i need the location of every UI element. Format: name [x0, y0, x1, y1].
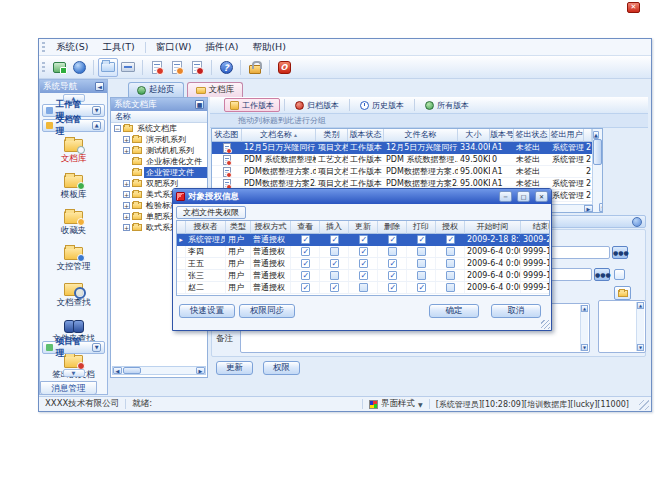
sidebar-item-0[interactable]: 文档库	[40, 136, 107, 165]
sidebar-collapse-button[interactable]: ◄	[95, 82, 104, 91]
checkbox-checked[interactable]	[301, 235, 310, 244]
tree-panel-collapse-button[interactable]: ■	[195, 100, 204, 109]
perm-column-header-1[interactable]: 类型	[226, 221, 251, 234]
scroll-up-arrow[interactable]: ▲	[637, 302, 644, 309]
side-textarea[interactable]: ▲▼	[598, 300, 646, 353]
tree-item-4[interactable]: 企业管理文件	[111, 167, 207, 178]
expand-icon[interactable]: +	[123, 191, 130, 198]
checkbox-checked[interactable]	[330, 283, 339, 292]
card-reader-button[interactable]	[118, 58, 138, 77]
tab-start-page[interactable]: 起始页	[128, 82, 184, 97]
sidebar-item-4[interactable]: 文档查找	[40, 280, 107, 309]
permission-row[interactable]: 赵二用户普通授权2009-6-4 0:00:009999-12-31 23:59…	[177, 282, 549, 294]
perm-column-header-0[interactable]: 授权者	[186, 221, 226, 234]
scroll-left-arrow[interactable]: ◀	[113, 367, 122, 374]
doc-export-button[interactable]	[187, 58, 207, 77]
checkbox-checked[interactable]	[359, 271, 368, 280]
minimize-button[interactable]: ─	[499, 191, 512, 202]
column-header-9[interactable]	[584, 129, 592, 142]
checkbox-checked[interactable]	[388, 259, 397, 268]
checkbox-checked[interactable]	[388, 235, 397, 244]
column-header-6[interactable]: 版本号	[490, 129, 514, 142]
quick-setup-button[interactable]: 快速设置	[179, 304, 235, 318]
pin-icon[interactable]	[632, 217, 642, 227]
tree-item-0[interactable]: −系统文档库	[111, 123, 207, 134]
expand-icon[interactable]: +	[123, 213, 130, 220]
checkbox-unchecked[interactable]	[417, 271, 426, 280]
scroll-up-arrow[interactable]: ▲	[593, 131, 599, 139]
column-header-8[interactable]: 签出用户	[550, 129, 584, 142]
checkbox-checked[interactable]	[301, 283, 310, 292]
expand-icon[interactable]: +	[123, 136, 130, 143]
sidebar-section-project[interactable]: 项目管理 ▼	[42, 341, 105, 354]
scroll-down-arrow[interactable]: ▼	[637, 344, 644, 351]
scrollbar-thumb[interactable]	[593, 139, 602, 165]
tree-item-2[interactable]: +测试机机系列	[111, 145, 207, 156]
update-button[interactable]: 更新	[216, 361, 253, 375]
scroll-right-arrow[interactable]: ▶	[584, 205, 593, 212]
tree-item-1[interactable]: +演示机系列	[111, 134, 207, 145]
checkbox-checked[interactable]	[301, 271, 310, 280]
tab-folder-permissions[interactable]: 文档文件夹权限	[176, 206, 246, 219]
chevron-down-icon[interactable]: ▼	[92, 106, 101, 115]
column-header-0[interactable]: 状态图	[212, 129, 242, 142]
permission-row[interactable]: 李四用户普通授权2009-6-4 0:00:009999-12-31 23:59…	[177, 246, 549, 258]
resize-grip[interactable]	[639, 400, 649, 410]
version-button-1[interactable]: 归档版本	[289, 98, 345, 112]
expand-icon[interactable]: +	[123, 180, 130, 187]
column-header-7[interactable]: 签出状态	[514, 129, 550, 142]
column-header-3[interactable]: 版本状态	[348, 129, 384, 142]
chevron-up-icon[interactable]: ▲	[92, 121, 101, 130]
sidebar-item-1[interactable]: 模板库	[40, 172, 107, 201]
version-button-3[interactable]: 所有版本	[419, 98, 475, 112]
browse-folder-button[interactable]	[614, 286, 631, 300]
perm-column-header-6[interactable]: 删除	[378, 221, 407, 234]
doc-import-button[interactable]	[167, 58, 187, 77]
textarea-scrollbar[interactable]: ▲▼	[636, 302, 644, 351]
checkbox-unchecked[interactable]	[359, 283, 368, 292]
expand-icon[interactable]: +	[123, 224, 130, 231]
checkbox-unchecked[interactable]	[417, 247, 426, 256]
checkbox-checked[interactable]	[417, 235, 426, 244]
menu-item-4[interactable]: 帮助(H)	[245, 39, 293, 55]
checkbox-checked[interactable]	[359, 235, 368, 244]
table-row[interactable]: PDM 系统数据整理检...工艺文档工作版本PDM 系统数据整理...49.50…	[212, 154, 602, 166]
checkbox-checked[interactable]	[446, 235, 455, 244]
menu-item-1[interactable]: 工具(T)	[95, 39, 141, 55]
checkbox-unchecked[interactable]	[446, 271, 455, 280]
sidebar-scroll-down[interactable]: ▼	[63, 369, 85, 377]
perm-column-header-9[interactable]: 开始时间	[465, 221, 521, 234]
expand-icon[interactable]: +	[123, 147, 130, 154]
sidebar-section-document[interactable]: 文档管理 ▲	[42, 119, 105, 132]
detail-checkbox[interactable]	[614, 269, 625, 280]
scroll-right-arrow[interactable]: ▶	[196, 367, 205, 374]
checkbox-checked[interactable]	[359, 259, 368, 268]
perm-column-header-2[interactable]: 授权方式	[251, 221, 291, 234]
checkbox-checked[interactable]	[330, 259, 339, 268]
ellipsis-button[interactable]: ●●●	[612, 246, 628, 259]
group-by-bar[interactable]: 拖动列标题到此进行分组	[210, 114, 648, 128]
version-button-0[interactable]: 工作版本	[224, 98, 280, 112]
tree-item-3[interactable]: 企业标准化文件	[111, 156, 207, 167]
menu-item-3[interactable]: 插件(A)	[198, 39, 245, 55]
scroll-down-arrow[interactable]: ▼	[599, 203, 603, 212]
permission-button[interactable]: 权限	[263, 361, 300, 375]
permission-sync-button[interactable]: 权限同步	[239, 304, 295, 318]
system-connect-button[interactable]	[49, 58, 69, 77]
perm-column-header-8[interactable]: 授权	[436, 221, 465, 234]
sidebar-item-3[interactable]: 文控管理	[40, 244, 107, 273]
tab-document-library[interactable]: 文档库	[187, 82, 244, 97]
tree-column-header[interactable]: 名称	[111, 111, 207, 123]
column-header-2[interactable]: 类别	[316, 129, 348, 142]
close-icon[interactable]: ✕	[627, 2, 640, 13]
menu-item-2[interactable]: 窗口(W)	[149, 39, 199, 55]
checkbox-checked[interactable]	[359, 247, 368, 256]
checkbox-unchecked[interactable]	[446, 259, 455, 268]
scroll-down-arrow[interactable]: ▼	[581, 344, 588, 351]
checkbox-checked[interactable]	[330, 235, 339, 244]
checkbox-unchecked[interactable]	[388, 247, 397, 256]
exit-button[interactable]: O	[274, 58, 294, 77]
perm-column-header-10[interactable]: 结束时间	[521, 221, 550, 234]
checkbox-unchecked[interactable]	[417, 259, 426, 268]
checkbox-checked[interactable]	[388, 271, 397, 280]
